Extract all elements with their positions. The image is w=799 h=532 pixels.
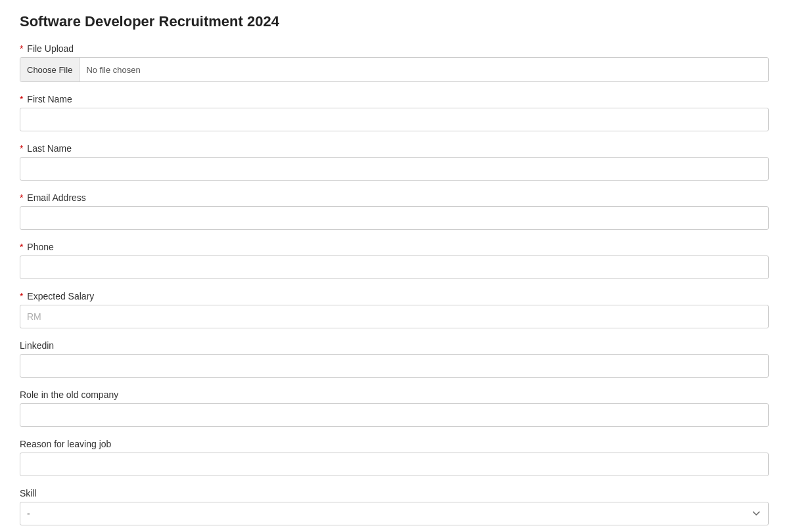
- skill-label: Skill: [20, 488, 779, 499]
- email-group: * Email Address: [20, 192, 779, 230]
- expected-salary-input[interactable]: [20, 305, 769, 328]
- linkedin-group: Linkedin: [20, 340, 779, 378]
- required-star: *: [20, 94, 23, 104]
- last-name-input[interactable]: [20, 157, 769, 181]
- role-old-company-input[interactable]: [20, 403, 769, 427]
- expected-salary-group: * Expected Salary: [20, 291, 779, 328]
- required-star: *: [20, 291, 23, 301]
- reason-leaving-input[interactable]: [20, 453, 769, 476]
- required-star: *: [20, 43, 23, 54]
- last-name-label: * Last Name: [20, 143, 779, 154]
- skill-select[interactable]: -: [20, 502, 769, 525]
- skill-group: Skill -: [20, 488, 779, 525]
- role-old-company-label: Role in the old company: [20, 389, 779, 400]
- choose-file-button[interactable]: Choose File: [20, 58, 80, 81]
- reason-leaving-label: Reason for leaving job: [20, 439, 779, 449]
- required-star: *: [20, 242, 23, 252]
- first-name-label: * First Name: [20, 94, 779, 104]
- required-star: *: [20, 143, 23, 154]
- first-name-input[interactable]: [20, 108, 769, 131]
- file-upload-wrapper: Choose File No file chosen: [20, 57, 769, 82]
- linkedin-label: Linkedin: [20, 340, 779, 351]
- phone-group: * Phone: [20, 242, 779, 279]
- first-name-group: * First Name: [20, 94, 779, 131]
- role-old-company-group: Role in the old company: [20, 389, 779, 427]
- file-upload-label: * File Upload: [20, 43, 779, 54]
- linkedin-input[interactable]: [20, 354, 769, 378]
- phone-label: * Phone: [20, 242, 779, 252]
- page-title: Software Developer Recruitment 2024: [20, 13, 779, 30]
- file-upload-group: * File Upload Choose File No file chosen: [20, 43, 779, 82]
- reason-leaving-group: Reason for leaving job: [20, 439, 779, 476]
- last-name-group: * Last Name: [20, 143, 779, 181]
- no-file-chosen-text: No file chosen: [80, 61, 147, 79]
- email-label: * Email Address: [20, 192, 779, 203]
- expected-salary-label: * Expected Salary: [20, 291, 779, 301]
- email-input[interactable]: [20, 206, 769, 230]
- phone-input[interactable]: [20, 255, 769, 279]
- required-star: *: [20, 192, 23, 203]
